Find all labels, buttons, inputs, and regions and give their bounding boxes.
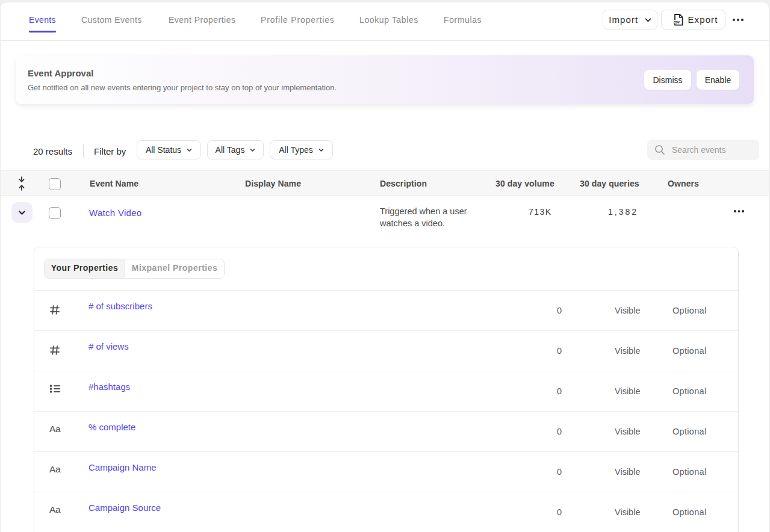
svg-text:csv: csv [673,19,680,23]
